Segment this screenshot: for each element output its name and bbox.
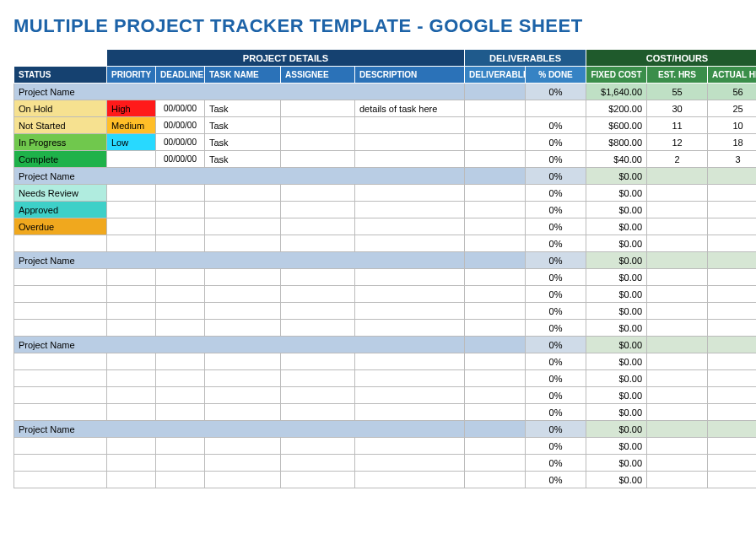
- actual-hrs-cell[interactable]: 10: [708, 117, 757, 134]
- est-hrs-cell[interactable]: [647, 404, 708, 421]
- percent-done-cell[interactable]: 0%: [526, 303, 586, 320]
- deliverable-cell[interactable]: [465, 370, 526, 387]
- est-hrs-cell[interactable]: 2: [647, 151, 708, 168]
- assignee-cell[interactable]: [281, 404, 355, 421]
- status-cell[interactable]: [14, 438, 107, 455]
- percent-done-cell[interactable]: 0%: [526, 370, 586, 387]
- col-priority[interactable]: PRIORITY: [107, 67, 156, 84]
- assignee-cell[interactable]: [281, 100, 355, 117]
- project-cost-cell[interactable]: $1,640.00: [586, 84, 647, 100]
- col-task[interactable]: TASK NAME: [205, 67, 281, 84]
- actual-hrs-cell[interactable]: [708, 269, 757, 286]
- actual-hrs-cell[interactable]: 3: [708, 151, 757, 168]
- est-hrs-cell[interactable]: [647, 303, 708, 320]
- actual-hrs-cell[interactable]: [708, 303, 757, 320]
- deadline-cell[interactable]: [156, 387, 205, 404]
- fixed-cost-cell[interactable]: $40.00: [586, 151, 647, 168]
- description-cell[interactable]: [355, 134, 465, 151]
- deadline-cell[interactable]: [156, 286, 205, 303]
- priority-cell[interactable]: [107, 235, 156, 252]
- deadline-cell[interactable]: 00/00/00: [156, 151, 205, 168]
- task-cell[interactable]: [205, 370, 281, 387]
- col-percent-done[interactable]: % DONE: [526, 67, 586, 84]
- status-cell[interactable]: Complete: [14, 151, 107, 168]
- actual-hrs-cell[interactable]: [708, 202, 757, 218]
- task-cell[interactable]: Task: [205, 151, 281, 168]
- description-cell[interactable]: [355, 387, 465, 404]
- status-cell[interactable]: [14, 320, 107, 337]
- col-fixed-cost[interactable]: FIXED COST: [586, 67, 647, 84]
- actual-hrs-cell[interactable]: [708, 235, 757, 252]
- task-cell[interactable]: [205, 455, 281, 472]
- assignee-cell[interactable]: [281, 235, 355, 252]
- task-cell[interactable]: Task: [205, 100, 281, 117]
- deliverable-cell[interactable]: [465, 185, 526, 202]
- deliverable-cell[interactable]: [465, 387, 526, 404]
- percent-done-cell[interactable]: 0%: [526, 387, 586, 404]
- project-deliverable-cell[interactable]: [465, 84, 526, 100]
- description-cell[interactable]: [355, 202, 465, 218]
- percent-done-cell[interactable]: 0%: [526, 218, 586, 235]
- deliverable-cell[interactable]: [465, 235, 526, 252]
- percent-done-cell[interactable]: 0%: [526, 353, 586, 370]
- priority-cell[interactable]: Medium: [107, 117, 156, 134]
- est-hrs-cell[interactable]: 11: [647, 117, 708, 134]
- deadline-cell[interactable]: [156, 404, 205, 421]
- col-est-hrs[interactable]: EST. HRS: [647, 67, 708, 84]
- percent-done-cell[interactable]: 0%: [526, 455, 586, 472]
- status-cell[interactable]: Needs Review: [14, 185, 107, 202]
- project-est-cell[interactable]: [647, 168, 708, 185]
- est-hrs-cell[interactable]: [647, 472, 708, 488]
- deliverable-cell[interactable]: [465, 117, 526, 134]
- actual-hrs-cell[interactable]: [708, 455, 757, 472]
- percent-done-cell[interactable]: 0%: [526, 202, 586, 218]
- deliverable-cell[interactable]: [465, 218, 526, 235]
- col-description[interactable]: DESCRIPTION: [355, 67, 465, 84]
- percent-done-cell[interactable]: 0%: [526, 117, 586, 134]
- project-deliverable-cell[interactable]: [465, 337, 526, 353]
- task-cell[interactable]: [205, 269, 281, 286]
- est-hrs-cell[interactable]: [647, 286, 708, 303]
- task-cell[interactable]: Task: [205, 117, 281, 134]
- deliverable-cell[interactable]: [465, 455, 526, 472]
- priority-cell[interactable]: [107, 387, 156, 404]
- fixed-cost-cell[interactable]: $800.00: [586, 134, 647, 151]
- project-cost-cell[interactable]: $0.00: [586, 252, 647, 269]
- deliverable-cell[interactable]: [465, 303, 526, 320]
- description-cell[interactable]: [355, 455, 465, 472]
- deadline-cell[interactable]: [156, 320, 205, 337]
- priority-cell[interactable]: [107, 472, 156, 488]
- project-name-cell[interactable]: Project Name: [14, 421, 465, 438]
- col-deliverable[interactable]: DELIVERABLE: [465, 67, 526, 84]
- deadline-cell[interactable]: [156, 235, 205, 252]
- project-done-cell[interactable]: 0%: [526, 84, 586, 100]
- fixed-cost-cell[interactable]: $0.00: [586, 303, 647, 320]
- deliverable-cell[interactable]: [465, 269, 526, 286]
- deadline-cell[interactable]: [156, 269, 205, 286]
- description-cell[interactable]: [355, 218, 465, 235]
- task-cell[interactable]: [205, 218, 281, 235]
- col-assignee[interactable]: ASSIGNEE: [281, 67, 355, 84]
- project-cost-cell[interactable]: $0.00: [586, 421, 647, 438]
- task-cell[interactable]: Task: [205, 134, 281, 151]
- est-hrs-cell[interactable]: [647, 455, 708, 472]
- status-cell[interactable]: [14, 303, 107, 320]
- assignee-cell[interactable]: [281, 269, 355, 286]
- assignee-cell[interactable]: [281, 387, 355, 404]
- project-cost-cell[interactable]: $0.00: [586, 337, 647, 353]
- priority-cell[interactable]: [107, 151, 156, 168]
- deadline-cell[interactable]: [156, 455, 205, 472]
- actual-hrs-cell[interactable]: [708, 438, 757, 455]
- project-deliverable-cell[interactable]: [465, 252, 526, 269]
- priority-cell[interactable]: [107, 370, 156, 387]
- actual-hrs-cell[interactable]: [708, 387, 757, 404]
- project-name-cell[interactable]: Project Name: [14, 84, 465, 100]
- est-hrs-cell[interactable]: [647, 320, 708, 337]
- fixed-cost-cell[interactable]: $600.00: [586, 117, 647, 134]
- col-status[interactable]: STATUS: [14, 67, 107, 84]
- deadline-cell[interactable]: [156, 438, 205, 455]
- fixed-cost-cell[interactable]: $0.00: [586, 438, 647, 455]
- description-cell[interactable]: [355, 269, 465, 286]
- assignee-cell[interactable]: [281, 353, 355, 370]
- priority-cell[interactable]: [107, 455, 156, 472]
